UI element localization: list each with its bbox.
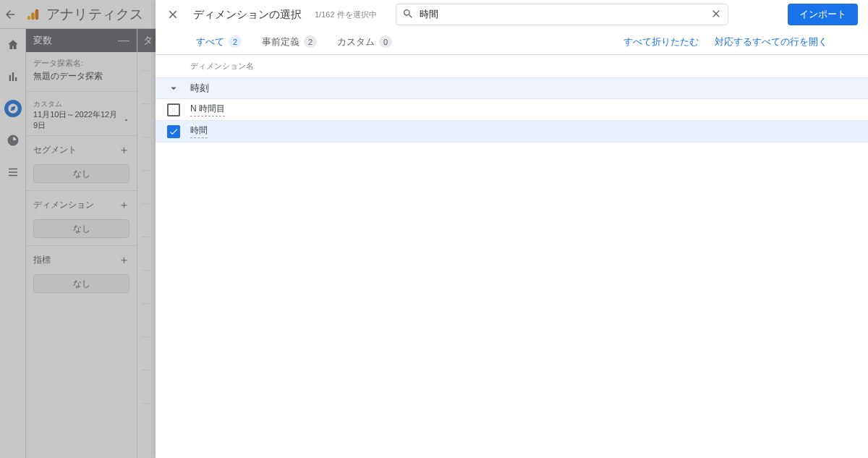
tab-custom-label: カスタム — [337, 35, 375, 48]
variables-panel: 変数 — データ探索名: 無題のデータ探索 カスタム 11月10日～2022年1… — [26, 29, 137, 458]
selection-count: 1/162 件を選択中 — [315, 9, 377, 20]
ghost-row — [142, 192, 149, 204]
tab-predefined-label: 事前定義 — [262, 35, 299, 48]
svg-rect-2 — [35, 9, 39, 20]
ghost-row — [142, 359, 149, 370]
date-range-picker[interactable]: カスタム 11月10日～2022年12月9日 — [26, 95, 137, 135]
expand-matching-button[interactable]: 対応するすべての行を開く — [715, 35, 827, 48]
tab-predefined[interactable]: 事前定義 2 — [262, 29, 317, 54]
collapse-icon[interactable]: — — [118, 34, 129, 47]
segment-none-chip[interactable]: なし — [33, 164, 129, 183]
app-name: アナリティクス — [46, 5, 143, 24]
dimension-section-label: ディメンション — [33, 199, 94, 211]
svg-rect-0 — [27, 15, 31, 20]
explore-name[interactable]: 無題のデータ探索 — [33, 70, 129, 82]
dimension-picker-modal: ディメンションの選択 1/162 件を選択中 インポート すべて 2 事前定義 … — [156, 0, 868, 458]
group-label: 時刻 — [190, 82, 209, 95]
tab-custom[interactable]: カスタム 0 — [337, 29, 392, 54]
ghost-row — [142, 226, 149, 237]
variables-header: 変数 — — [26, 29, 137, 52]
add-metric-button[interactable]: ＋ — [119, 253, 129, 267]
check-icon — [169, 127, 179, 137]
configure-icon[interactable] — [4, 164, 22, 181]
caret-down-icon — [123, 116, 129, 124]
ghost-row — [142, 59, 149, 71]
search-field[interactable] — [396, 4, 728, 25]
close-icon — [166, 8, 179, 21]
column-header-dimension-name: ディメンション名 — [156, 55, 868, 77]
ghost-row — [142, 259, 149, 271]
back-button[interactable] — [0, 8, 20, 21]
tab-predefined-count: 2 — [304, 35, 317, 48]
analytics-logo-icon — [25, 7, 41, 22]
metric-section-label: 指標 — [33, 254, 51, 266]
variables-header-label: 変数 — [33, 34, 52, 47]
close-icon — [710, 8, 722, 20]
date-range-value: 11月10日～2022年12月9日 — [33, 109, 120, 131]
chevron-down-icon — [167, 82, 180, 95]
checkbox[interactable] — [167, 103, 180, 116]
tab-all-label: すべて — [196, 35, 224, 48]
ghost-row — [142, 159, 149, 171]
add-dimension-button[interactable]: ＋ — [119, 198, 129, 212]
svg-rect-1 — [31, 12, 35, 20]
advertising-icon[interactable] — [4, 132, 22, 149]
tab-all-count: 2 — [229, 35, 242, 48]
date-range-label: カスタム — [33, 99, 129, 109]
collapse-all-button[interactable]: すべて折りたたむ — [624, 35, 699, 48]
tab-all[interactable]: すべて 2 — [196, 29, 242, 54]
search-icon — [402, 8, 414, 22]
ghost-row — [142, 93, 149, 104]
search-input[interactable] — [420, 9, 705, 20]
modal-tabs: すべて 2 事前定義 2 カスタム 0 すべて折りたたむ 対応するすべての行を開… — [156, 29, 868, 55]
left-nav-rail — [0, 29, 26, 458]
add-segment-button[interactable]: ＋ — [119, 143, 129, 157]
ghost-row — [142, 292, 149, 304]
close-button[interactable] — [163, 4, 183, 25]
explore-name-label: データ探索名: — [33, 58, 129, 69]
group-row-time[interactable]: 時刻 — [156, 77, 868, 99]
clear-search-button[interactable] — [710, 8, 722, 22]
ghost-row — [142, 392, 149, 404]
modal-toolbar: ディメンションの選択 1/162 件を選択中 インポート — [156, 0, 868, 29]
home-icon[interactable] — [4, 36, 22, 54]
explore-icon[interactable] — [4, 100, 22, 117]
dimension-none-chip[interactable]: なし — [33, 219, 129, 238]
reports-icon[interactable] — [4, 68, 22, 85]
brand: アナリティクス — [20, 5, 148, 24]
dimension-item-nth-hour[interactable]: N 時間目 — [156, 99, 868, 121]
dimension-item-label: 時間 — [190, 124, 208, 138]
tab-custom-count: 0 — [379, 35, 392, 48]
checkbox[interactable] — [167, 125, 180, 138]
dimension-item-label: N 時間目 — [190, 103, 225, 116]
segment-section-label: セグメント — [33, 144, 77, 156]
metric-none-chip[interactable]: なし — [33, 274, 129, 293]
ghost-row — [142, 326, 149, 337]
ghost-row — [142, 126, 149, 137]
dimension-item-hour[interactable]: 時間 — [156, 121, 868, 143]
arrow-left-icon — [4, 8, 17, 21]
import-button[interactable]: インポート — [788, 4, 858, 25]
modal-title: ディメンションの選択 — [193, 8, 302, 22]
